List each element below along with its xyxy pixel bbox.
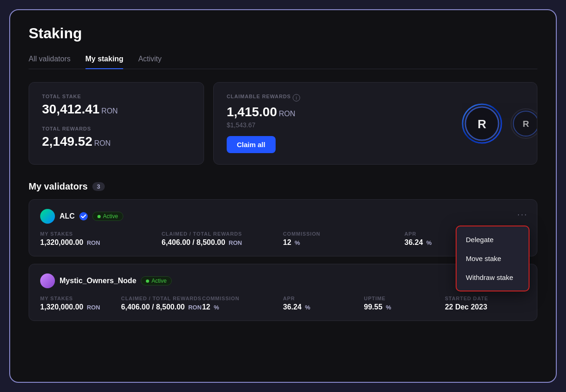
stats-cards: TOTAL STAKE 30,412.41RON TOTAL REWARDS 2…: [29, 82, 537, 165]
total-stake-label: TOTAL STAKE: [42, 94, 191, 99]
mystic-uptime: UPTIME 99.55 %: [364, 296, 445, 311]
alc-name: ALC: [60, 212, 75, 220]
mystic-claimed: CLAIMED / TOTAL REWARDS 6,406.00 / 8,500…: [121, 296, 202, 311]
alc-commission: COMMISSION 12 %: [283, 231, 404, 247]
claim-all-button[interactable]: Claim all: [227, 136, 276, 153]
alc-verified-icon: [79, 212, 88, 220]
tab-my-staking[interactable]: My staking: [85, 55, 124, 69]
total-stake-section: TOTAL STAKE 30,412.41RON: [42, 94, 191, 117]
move-stake-option[interactable]: Move stake: [457, 249, 529, 268]
validators-header: My validators 3: [29, 181, 537, 192]
total-rewards-value: 2,149.52RON: [42, 134, 191, 149]
claimable-label-row: CLAIMABLE REWARDS i: [227, 94, 524, 102]
total-stake-value: 30,412.41RON: [42, 102, 191, 117]
total-rewards-label: TOTAL REWARDS: [42, 126, 191, 131]
alc-my-stakes: MY STAKES 1,320,000.00 RON: [40, 231, 162, 247]
alc-claimed: CLAIMED / TOTAL REWARDS 6,406.00 / 8,500…: [162, 231, 283, 247]
mystic-status-badge: Active: [141, 276, 172, 285]
delegate-option[interactable]: Delegate: [457, 230, 529, 249]
mystic-my-stakes: MY STAKES 1,320,000.00 RON: [40, 296, 121, 311]
mystic-name: Mystic_Owners_Node: [60, 277, 136, 285]
alc-active-dot: [97, 215, 101, 218]
alc-stats: MY STAKES 1,320,000.00 RON CLAIMED / TOT…: [40, 231, 526, 247]
validators-count: 3: [92, 182, 105, 191]
alc-avatar: [40, 209, 55, 224]
mystic-stats: MY STAKES 1,320,000.00 RON CLAIMED / TOT…: [40, 296, 526, 311]
claimable-usd: $1,543.67: [227, 121, 524, 129]
claimable-rewards-value: 1,415.00RON: [227, 105, 524, 119]
total-stake-card: TOTAL STAKE 30,412.41RON TOTAL REWARDS 2…: [29, 82, 204, 165]
mystic-avatar: [40, 273, 55, 288]
mystic-apr: APR 36.24 %: [283, 296, 364, 311]
alc-more-button[interactable]: ···: [517, 209, 528, 220]
mystic-started-date: STARTED DATE 22 Dec 2023: [445, 296, 526, 311]
claimable-rewards-card: CLAIMABLE REWARDS i 1,415.00RON $1,543.6…: [213, 82, 537, 165]
main-container: Staking All validators My staking Activi…: [9, 9, 557, 383]
withdraw-stake-option[interactable]: Withdraw stake: [457, 268, 529, 287]
total-rewards-section: TOTAL REWARDS 2,149.52RON: [42, 126, 191, 149]
alc-status-badge: Active: [92, 212, 123, 221]
alc-dropdown-menu: Delegate Move stake Withdraw stake: [456, 226, 530, 291]
mystic-header: Mystic_Owners_Node Active: [40, 273, 526, 288]
info-icon[interactable]: i: [293, 94, 300, 101]
tabs-nav: All validators My staking Activity: [29, 55, 537, 69]
validators-title: My validators: [29, 181, 88, 192]
claimable-rewards-label: CLAIMABLE REWARDS: [227, 94, 291, 99]
validator-card-alc: ALC Active ··· MY STAKES 1,320,000.00 RO…: [29, 199, 537, 256]
alc-header: ALC Active: [40, 209, 526, 224]
svg-point-9: [79, 212, 88, 220]
mystic-commission: COMMISSION 12 %: [202, 296, 283, 311]
tab-activity[interactable]: Activity: [138, 55, 162, 69]
page-title: Staking: [29, 25, 537, 42]
tab-all-validators[interactable]: All validators: [29, 55, 71, 69]
mystic-active-dot: [146, 279, 149, 283]
